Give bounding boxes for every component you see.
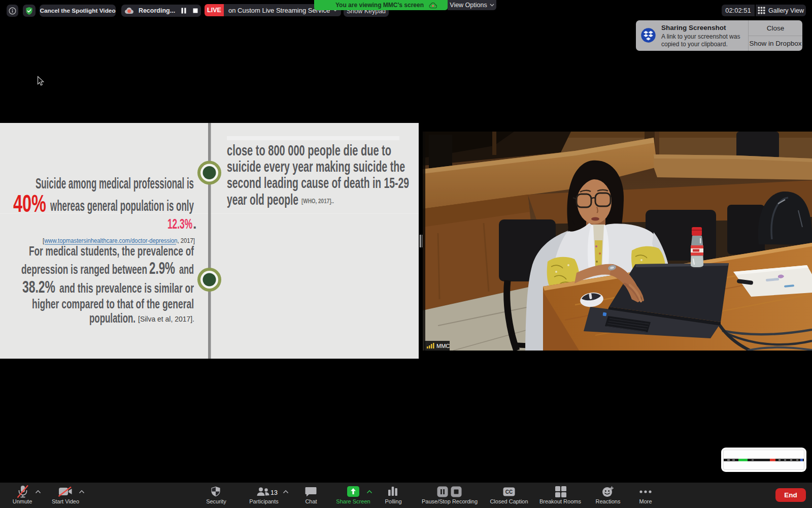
svg-text:depression is ranged between: depression is ranged between: [21, 262, 147, 277]
svg-text:close to 800 000 people die du: close to 800 000 people die due to: [227, 142, 391, 158]
svg-text:2.9%: 2.9%: [149, 258, 175, 277]
svg-text:whereas general population is: whereas general population is only: [50, 198, 194, 214]
svg-text:population.: population.: [89, 310, 136, 326]
svg-text:MMC: MMC: [436, 343, 450, 349]
svg-text:CC: CC: [505, 489, 513, 495]
svg-text:year old people: year old people: [227, 192, 298, 208]
svg-text:Suicide among medical professi: Suicide among medical professional is: [36, 175, 194, 192]
svg-text:40%: 40%: [13, 190, 46, 217]
svg-text:and: and: [179, 262, 194, 277]
svg-text:For medical students, the prev: For medical students, the prevalence of: [29, 243, 194, 259]
svg-text:12.3%: 12.3%: [167, 216, 192, 232]
svg-text:suicide every year making suic: suicide every year making suicide the: [227, 158, 405, 175]
svg-text:.: .: [193, 216, 197, 232]
svg-text:[Silva et al, 2017].: [Silva et al, 2017].: [138, 314, 194, 323]
svg-text:[WHO, 2017]..: [WHO, 2017]..: [301, 197, 334, 205]
svg-text:higher compared to that of the: higher compared to that of the general: [32, 296, 194, 311]
svg-text:and this prevalence is similar: and this prevalence is similar or: [59, 280, 194, 296]
svg-text:second leading cause of death: second leading cause of death in 15-29: [227, 175, 409, 191]
svg-text:38.2%: 38.2%: [22, 277, 55, 296]
